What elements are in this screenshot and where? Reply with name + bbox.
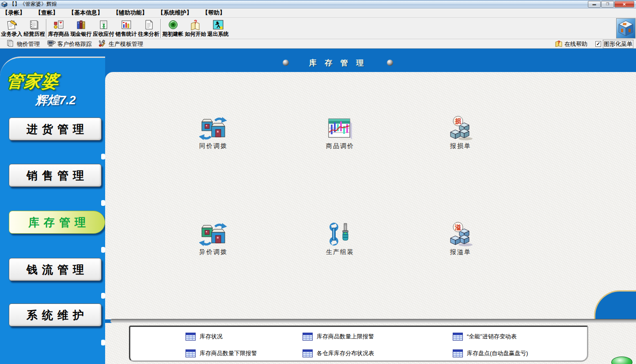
menu-help[interactable]: 【帮助】 xyxy=(202,9,225,17)
sidebar-item-inventory[interactable]: 库存管理 xyxy=(9,211,105,234)
toolbar2-production-template[interactable]: 生产模板管理 xyxy=(99,40,143,49)
toolbar-transactions-analysis[interactable]: 往来分析 xyxy=(137,19,160,37)
loss-boxes-icon: 损 xyxy=(430,116,492,140)
app-window: 【】《管家婆》辉煌 ▬ ❐ ✕ 【录帐】 【查帐】 【基本信息】 【辅助功能】 … xyxy=(0,0,636,364)
toolbar-business-history[interactable]: 经营历程 xyxy=(23,19,45,37)
sidebar-notch xyxy=(101,340,105,345)
main-area: 库 存 管 理 管家婆 辉煌7.2 进货管理 销售管理 库存管理 钱流管理 系统… xyxy=(0,49,636,364)
secondary-toolbar: 物价管理 客户价格跟踪 xyxy=(0,39,636,49)
link-warehouse-distribution[interactable]: 各仓库库存分布状况表 xyxy=(303,349,374,357)
price-docs-icon xyxy=(7,40,15,48)
sidebar-item-cashflow[interactable]: 钱流管理 xyxy=(9,258,102,281)
checkbox-checked-icon[interactable]: ✓ xyxy=(595,41,601,47)
sidebar-notch xyxy=(101,154,105,159)
price-chart-icon xyxy=(309,116,371,140)
toolbar-business-entry[interactable]: 业务录入 xyxy=(0,19,23,37)
shortcut-diff-price-transfer[interactable]: 异价调拨 xyxy=(182,222,244,256)
table-icon xyxy=(303,333,313,341)
sales-stats-icon xyxy=(115,19,137,31)
app-cube-icon xyxy=(1,1,8,8)
assembly-tools-icon xyxy=(309,222,371,246)
shortcut-overflow-report[interactable]: 溢 报溢单 xyxy=(430,222,492,256)
toolbar-separator xyxy=(46,19,47,38)
toolbar-inventory-goods[interactable]: 库存商品 xyxy=(47,19,70,37)
transactions-analysis-icon xyxy=(137,19,160,31)
sidebar-notch xyxy=(101,200,105,206)
table-icon xyxy=(453,333,463,341)
section-header: 库 存 管 理 xyxy=(283,58,393,67)
warehouse-transfer-diff-icon xyxy=(182,222,244,246)
table-icon xyxy=(303,349,313,357)
shortcut-production-assembly[interactable]: 生产组装 xyxy=(309,222,371,256)
menu-basic-info[interactable]: 【基本信息】 xyxy=(68,9,103,17)
horizontal-divider xyxy=(110,319,636,323)
link-lower-limit-alarm[interactable]: 库存商品数量下限报警 xyxy=(186,349,257,357)
sphere-decor-icon xyxy=(387,60,393,66)
warehouse-transfer-same-icon xyxy=(182,116,244,140)
report-links-panel: 库存状况 库存商品数量上限报警 “全能” xyxy=(129,326,588,362)
toolbar2-right-group: ? 在线帮助 ✓ 图形化菜单 xyxy=(555,40,633,49)
table-icon xyxy=(453,349,463,357)
page-title: 库 存 管 理 xyxy=(309,58,367,68)
toolbar-init-account[interactable]: 期初建帐 xyxy=(162,19,184,37)
toolbar-cash-bank[interactable]: 现金银行 xyxy=(70,19,92,37)
receivable-payable-icon xyxy=(92,19,115,31)
toolbar-sales-stats[interactable]: 销售统计 xyxy=(115,19,137,37)
cash-bank-icon xyxy=(70,19,92,31)
decor-green-ellipse xyxy=(611,356,632,364)
menu-aux-functions[interactable]: 【辅助功能】 xyxy=(113,9,148,17)
link-stocktaking[interactable]: 库存盘点(自动盘赢盘亏) xyxy=(453,349,528,357)
window-controls: ▬ ❐ ✕ xyxy=(587,1,634,8)
loss-badge-text: 损 xyxy=(454,118,462,125)
brand-logo-text: 管家婆 xyxy=(5,70,60,93)
link-upper-limit-alarm[interactable]: 库存商品数量上限报警 xyxy=(303,333,374,341)
sidebar-item-sales[interactable]: 销售管理 xyxy=(9,164,102,187)
shortcut-same-price-transfer[interactable]: 同价调拨 xyxy=(182,116,244,150)
sidebar-notch xyxy=(101,247,105,253)
sidebar: 管家婆 辉煌7.2 进货管理 销售管理 库存管理 钱流管理 系统维护 xyxy=(0,57,105,364)
note-pencil-icon xyxy=(0,19,23,31)
table-icon xyxy=(186,349,196,357)
toolbar2-customer-price-tracking[interactable]: 客户价格跟踪 xyxy=(47,40,92,48)
content-panel: 同价调拨 xyxy=(105,72,636,319)
toolbar-separator xyxy=(160,19,161,38)
svg-text:?: ? xyxy=(557,40,560,45)
toolbar2-price-management[interactable]: 物价管理 xyxy=(7,40,40,48)
window-title: 【】《管家婆》辉煌 xyxy=(9,0,57,8)
toolbar-receivable-payable[interactable]: 应收应付 xyxy=(92,19,115,37)
table-icon xyxy=(186,333,196,341)
bottom-bar: 库存状况 库存商品数量上限报警 “全能” xyxy=(105,323,636,364)
toolbar-how-to-start[interactable]: ? 如何开始 xyxy=(184,19,207,37)
exit-system-icon xyxy=(207,19,229,31)
brand-cube-icon xyxy=(616,18,636,38)
overflow-boxes-icon: 溢 xyxy=(430,222,492,246)
sidebar-item-purchase[interactable]: 进货管理 xyxy=(9,118,102,140)
online-help-button[interactable]: ? 在线帮助 xyxy=(555,40,587,48)
help-question-icon: ? xyxy=(555,40,563,48)
menu-record[interactable]: 【录帐】 xyxy=(2,9,25,17)
close-button[interactable]: ✕ xyxy=(614,1,634,8)
how-to-start-icon: ? xyxy=(184,19,207,31)
sphere-decor-icon xyxy=(283,60,289,66)
link-inventory-status[interactable]: 库存状况 xyxy=(186,333,223,341)
link-allround-change-table[interactable]: “全能”进销存变动表 xyxy=(453,333,517,341)
shortcut-goods-price-adjust[interactable]: 商品调价 xyxy=(309,116,371,150)
production-template-icon xyxy=(99,40,107,49)
shortcut-loss-report[interactable]: 损 报损单 xyxy=(430,116,492,150)
ledger-icon xyxy=(23,19,45,31)
sidebar-item-system[interactable]: 系统维护 xyxy=(9,303,102,326)
menu-bar: 【录帐】 【查帐】 【基本信息】 【辅助功能】 【系统维护】 【帮助】 xyxy=(0,8,636,18)
inventory-goods-icon xyxy=(47,19,70,31)
init-account-icon xyxy=(162,19,184,31)
toolbar-exit-system[interactable]: 退出系统 xyxy=(207,19,229,37)
restore-button[interactable]: ❐ xyxy=(601,1,614,8)
corner-decor xyxy=(594,290,636,319)
graphical-menu-toggle[interactable]: ✓ 图形化菜单 xyxy=(595,40,633,49)
sidebar-notch xyxy=(101,293,105,299)
menu-system-maintenance[interactable]: 【系统维护】 xyxy=(158,9,192,17)
customer-price-tracker-icon xyxy=(47,40,56,48)
overflow-badge-text: 溢 xyxy=(454,224,461,231)
menu-query[interactable]: 【查帐】 xyxy=(35,9,58,17)
minimize-button[interactable]: ▬ xyxy=(588,1,601,8)
toolbar: 业务录入 经营历程 xyxy=(0,18,636,39)
